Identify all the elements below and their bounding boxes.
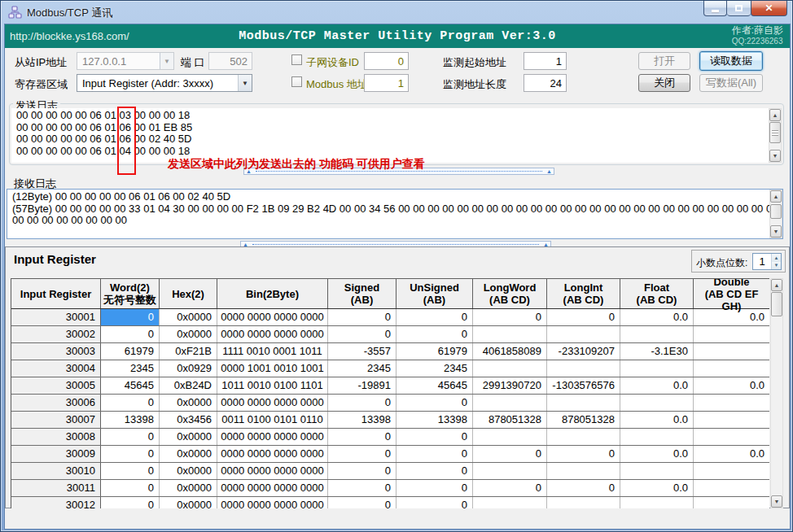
- modbus-address-checkbox[interactable]: [291, 76, 302, 87]
- row-header-cell[interactable]: 30012: [11, 497, 101, 508]
- close-button[interactable]: ✕: [751, 1, 787, 16]
- write-data-button[interactable]: 写数据(All): [699, 74, 763, 92]
- row-header-cell[interactable]: 30009: [11, 446, 101, 462]
- data-cell[interactable]: 0: [547, 446, 620, 462]
- data-cell[interactable]: 0000 0000 0000 0000: [217, 429, 328, 445]
- data-cell[interactable]: 2345: [101, 360, 160, 377]
- data-cell[interactable]: [620, 429, 694, 445]
- data-cell[interactable]: [620, 326, 694, 342]
- data-cell[interactable]: 0: [101, 395, 160, 411]
- chevron-down-icon[interactable]: ▼: [238, 75, 252, 91]
- data-cell[interactable]: 0: [396, 497, 473, 508]
- data-cell[interactable]: 0000 0000 0000 0000: [217, 446, 328, 462]
- data-cell[interactable]: [547, 497, 620, 508]
- scroll-down-icon[interactable]: ▼: [771, 495, 782, 508]
- data-cell[interactable]: 2345: [328, 360, 396, 377]
- register-region-combobox[interactable]: Input Register (Addr: 3xxxx) ▼: [77, 74, 252, 92]
- data-cell[interactable]: 0x3456: [160, 412, 217, 428]
- data-cell[interactable]: 0: [328, 429, 396, 445]
- ip-combobox[interactable]: 127.0.0.1 ▼: [77, 52, 174, 70]
- data-cell[interactable]: [694, 395, 769, 411]
- data-cell[interactable]: [473, 326, 547, 342]
- data-cell[interactable]: 0: [328, 463, 396, 479]
- decimal-places-spinner[interactable]: ▲ ▼: [752, 253, 782, 270]
- data-cell[interactable]: 0: [547, 480, 620, 496]
- recv-log-scrollbar[interactable]: ▲ ▼: [769, 190, 782, 238]
- modbus-address-input[interactable]: [364, 74, 409, 92]
- data-cell[interactable]: 0: [328, 326, 396, 342]
- data-cell[interactable]: 0.0: [620, 480, 694, 496]
- data-cell[interactable]: 0: [328, 446, 396, 462]
- data-cell[interactable]: 1111 0010 0001 1011: [217, 343, 328, 360]
- data-cell[interactable]: 0: [396, 463, 473, 479]
- data-cell[interactable]: 878051328: [547, 412, 620, 428]
- data-cell[interactable]: 0000 0000 0000 0000: [217, 463, 328, 479]
- data-cell[interactable]: -233109207: [547, 343, 620, 360]
- spin-down-icon[interactable]: ▼: [772, 262, 781, 270]
- data-cell[interactable]: 0.0: [620, 309, 694, 325]
- data-cell[interactable]: 0: [101, 446, 160, 462]
- data-cell[interactable]: 61979: [101, 343, 160, 360]
- data-cell[interactable]: 45645: [101, 377, 160, 394]
- data-cell[interactable]: 0011 0100 0101 0110: [217, 412, 328, 428]
- data-cell[interactable]: 0x0000: [160, 429, 217, 445]
- data-cell[interactable]: 1011 0010 0100 1101: [217, 377, 328, 394]
- data-cell[interactable]: -1303576576: [547, 377, 620, 394]
- subnet-id-checkbox[interactable]: [291, 55, 302, 65]
- data-cell[interactable]: 0: [101, 497, 160, 508]
- data-cell[interactable]: [547, 463, 620, 479]
- data-cell[interactable]: 0x0000: [160, 497, 217, 508]
- data-cell[interactable]: [694, 412, 769, 428]
- scrollbar-thumb[interactable]: [769, 122, 781, 143]
- data-cell[interactable]: 0: [101, 309, 160, 325]
- title-bar[interactable]: Modbus/TCP 通讯 ✕: [1, 1, 793, 24]
- open-button[interactable]: 打开: [638, 52, 690, 70]
- data-cell[interactable]: 0x0000: [160, 395, 217, 411]
- data-cell[interactable]: 0000 0000 0000 0000: [217, 395, 328, 411]
- data-cell[interactable]: 0.0: [620, 377, 694, 394]
- read-data-button[interactable]: 读取数据: [699, 51, 763, 71]
- data-cell[interactable]: 0: [396, 446, 473, 462]
- data-cell[interactable]: [694, 360, 769, 377]
- data-cell[interactable]: 0x0000: [160, 463, 217, 479]
- row-header-cell[interactable]: 30011: [11, 480, 101, 496]
- port-input[interactable]: [208, 52, 252, 70]
- data-cell[interactable]: 0: [396, 309, 473, 325]
- row-header-cell[interactable]: 30003: [11, 343, 101, 360]
- row-header-cell[interactable]: 30001: [11, 309, 101, 325]
- minimize-button[interactable]: [703, 1, 727, 16]
- data-cell[interactable]: 0000 0000 0000 0000: [217, 497, 328, 508]
- row-header-cell[interactable]: 30010: [11, 463, 101, 479]
- scrollbar-thumb[interactable]: [771, 292, 782, 316]
- recv-log-text[interactable]: (12Byte) 00 00 00 00 00 06 01 06 00 02 4…: [7, 189, 783, 239]
- start-address-input[interactable]: [524, 52, 567, 70]
- collapse-up-icon[interactable]: ▲: [545, 168, 554, 174]
- data-cell[interactable]: 0: [101, 326, 160, 342]
- data-cell[interactable]: [694, 497, 769, 508]
- scrollbar-thumb[interactable]: [770, 204, 782, 219]
- data-cell[interactable]: -3557: [328, 343, 396, 360]
- data-cell[interactable]: 45645: [396, 377, 473, 394]
- data-cell[interactable]: [620, 497, 694, 508]
- data-cell[interactable]: [547, 429, 620, 445]
- data-cell[interactable]: 0: [547, 309, 620, 325]
- data-cell[interactable]: [694, 326, 769, 342]
- data-cell[interactable]: 0.0: [694, 309, 769, 325]
- data-cell[interactable]: [547, 395, 620, 411]
- data-cell[interactable]: 0xB24D: [160, 377, 217, 394]
- data-cell[interactable]: 2345: [396, 360, 473, 377]
- data-cell[interactable]: 0: [328, 497, 396, 508]
- data-cell[interactable]: 0.0: [620, 412, 694, 428]
- data-cell[interactable]: 61979: [396, 343, 473, 360]
- data-cell[interactable]: [620, 395, 694, 411]
- scroll-up-icon[interactable]: ▲: [769, 109, 781, 121]
- data-cell[interactable]: 4061858089: [473, 343, 547, 360]
- row-header-cell[interactable]: 30005: [11, 377, 101, 394]
- data-cell[interactable]: [473, 497, 547, 508]
- data-cell[interactable]: 0: [328, 395, 396, 411]
- data-cell[interactable]: 2991390720: [473, 377, 547, 394]
- scroll-up-icon[interactable]: ▲: [770, 190, 782, 203]
- data-cell[interactable]: [473, 429, 547, 445]
- data-cell[interactable]: 13398: [328, 412, 396, 428]
- data-cell[interactable]: 0: [328, 309, 396, 325]
